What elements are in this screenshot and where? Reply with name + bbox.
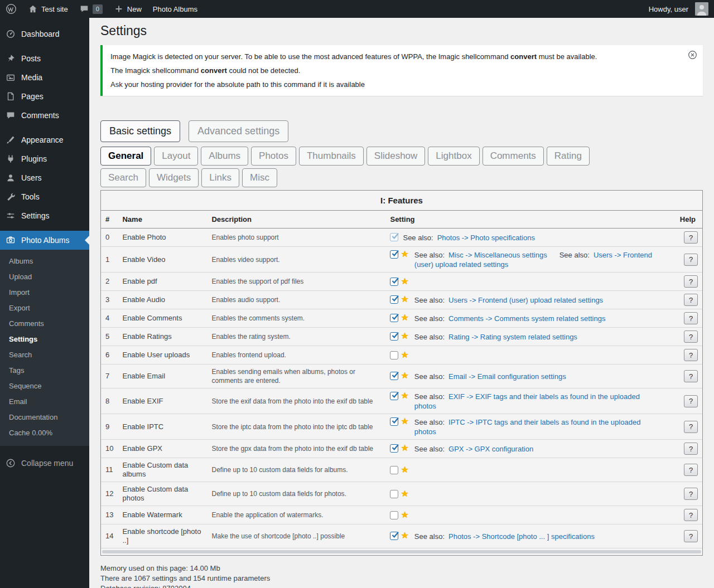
table-horizontal-scrollbar[interactable] bbox=[101, 548, 702, 555]
admin-bar-comments[interactable]: 0 bbox=[74, 0, 108, 18]
help-button[interactable]: ? bbox=[684, 464, 698, 476]
admin-bar-new[interactable]: New bbox=[108, 0, 147, 18]
setting-name: Enable Custom data photos bbox=[118, 482, 207, 506]
submenu-item-albums[interactable]: Albums bbox=[0, 254, 89, 269]
help-button[interactable]: ? bbox=[684, 370, 698, 382]
sidebar-item-users[interactable]: Users bbox=[0, 168, 89, 187]
submenu-item-import[interactable]: Import bbox=[0, 285, 89, 300]
scrollbar-thumb[interactable] bbox=[102, 550, 701, 553]
subtab-albums[interactable]: Albums bbox=[201, 147, 248, 166]
setting-checkbox[interactable] bbox=[390, 490, 398, 498]
help-button[interactable]: ? bbox=[684, 488, 698, 500]
wordpress-logo-menu[interactable] bbox=[0, 0, 22, 18]
comment-count-badge: 0 bbox=[93, 4, 103, 14]
sidebar-item-posts[interactable]: Posts bbox=[0, 49, 89, 68]
setting-checkbox[interactable] bbox=[390, 417, 398, 426]
submenu-item-export[interactable]: Export bbox=[0, 300, 89, 316]
sidebar-item-photo-albums[interactable]: Photo Albums bbox=[0, 231, 89, 250]
subtab-rating[interactable]: Rating bbox=[547, 147, 590, 166]
submenu-item-upload[interactable]: Upload bbox=[0, 269, 89, 285]
sidebar-item-media[interactable]: Media bbox=[0, 68, 89, 87]
see-also-link[interactable]: EXIF -> EXIF tags and their labels as fo… bbox=[414, 392, 640, 410]
subtab-slideshow[interactable]: Slideshow bbox=[366, 147, 426, 166]
sidebar-item-dashboard[interactable]: Dashboard bbox=[0, 25, 89, 43]
setting-name: Enable EXIF bbox=[118, 388, 207, 414]
setting-checkbox[interactable] bbox=[390, 278, 398, 286]
setting-checkbox[interactable] bbox=[390, 444, 398, 453]
subtab-misc[interactable]: Misc bbox=[242, 168, 277, 187]
help-button[interactable]: ? bbox=[684, 331, 698, 343]
submenu-item-comments[interactable]: Comments bbox=[0, 316, 89, 332]
setting-cell-container: ★ bbox=[385, 458, 675, 482]
help-button[interactable]: ? bbox=[684, 509, 698, 521]
setting-checkbox[interactable] bbox=[390, 372, 398, 380]
see-also-link[interactable]: Misc -> Miscellaneous settings bbox=[448, 251, 547, 259]
help-button[interactable]: ? bbox=[684, 530, 698, 542]
help-button[interactable]: ? bbox=[684, 254, 698, 266]
setting-checkbox[interactable] bbox=[390, 233, 398, 241]
subtab-widgets[interactable]: Widgets bbox=[149, 168, 199, 187]
see-also-link[interactable]: Photos -> Photo specifications bbox=[437, 234, 535, 242]
tab-advanced-settings[interactable]: Advanced settings bbox=[189, 120, 288, 142]
submenu-item-cache-0-00[interactable]: Cache 0.00% bbox=[0, 425, 89, 441]
submenu-item-settings[interactable]: Settings bbox=[0, 332, 89, 347]
submenu-item-sequence[interactable]: Sequence bbox=[0, 378, 89, 394]
setting-checkbox[interactable] bbox=[390, 295, 398, 304]
sidebar-item-settings[interactable]: Settings bbox=[0, 206, 89, 225]
subtab-photos[interactable]: Photos bbox=[251, 147, 296, 166]
help-button[interactable]: ? bbox=[684, 312, 698, 324]
setting-checkbox[interactable] bbox=[390, 466, 398, 474]
submenu-item-tags[interactable]: Tags bbox=[0, 363, 89, 378]
submenu-item-email[interactable]: Email bbox=[0, 394, 89, 410]
setting-checkbox[interactable] bbox=[390, 314, 398, 322]
setting-checkbox[interactable] bbox=[390, 250, 398, 259]
plugins-icon bbox=[5, 154, 16, 164]
help-button[interactable]: ? bbox=[684, 349, 698, 361]
tab-basic-settings[interactable]: Basic settings bbox=[100, 120, 180, 142]
admin-bar-site-name[interactable]: Test site bbox=[22, 0, 74, 18]
setting-controls: ★See also:Photos -> Shortcode [photo ...… bbox=[390, 531, 670, 541]
submenu-item-documentation[interactable]: Documentation bbox=[0, 410, 89, 425]
subtab-links[interactable]: Links bbox=[201, 168, 239, 187]
setting-checkbox[interactable] bbox=[390, 532, 398, 540]
see-also-link[interactable]: Email -> Email configuration settings bbox=[448, 372, 566, 381]
sidebar-item-label: Appearance bbox=[21, 135, 64, 145]
subtab-general[interactable]: General bbox=[100, 147, 151, 166]
setting-checkbox[interactable] bbox=[390, 511, 398, 519]
setting-checkbox[interactable] bbox=[390, 332, 398, 341]
help-button[interactable]: ? bbox=[684, 395, 698, 407]
subtab-lightbox[interactable]: Lightbox bbox=[428, 147, 479, 166]
subtab-layout[interactable]: Layout bbox=[154, 147, 198, 166]
help-button[interactable]: ? bbox=[684, 294, 698, 306]
help-button[interactable]: ? bbox=[684, 443, 698, 455]
sidebar-item-plugins[interactable]: Plugins bbox=[0, 149, 89, 168]
sidebar-item-pages[interactable]: Pages bbox=[0, 87, 89, 106]
see-also-link[interactable]: Comments -> Comments system related sett… bbox=[448, 314, 605, 323]
setting-cell-container: ★See also:IPTC -> IPTC tags and their la… bbox=[385, 414, 675, 440]
sidebar-item-comments[interactable]: Comments bbox=[0, 106, 89, 125]
help-button[interactable]: ? bbox=[684, 275, 698, 288]
see-also-link[interactable]: Rating -> Rating system related settings bbox=[448, 333, 577, 341]
admin-bar-account[interactable]: Howdy, user bbox=[643, 0, 714, 18]
setting-controls: ★ bbox=[390, 489, 670, 498]
setting-checkbox[interactable] bbox=[390, 351, 398, 359]
sidebar-item-tools[interactable]: Tools bbox=[0, 187, 89, 206]
setting-checkbox[interactable] bbox=[390, 392, 398, 400]
see-also-link[interactable]: IPTC -> IPTC tags and their labels as fo… bbox=[414, 418, 641, 436]
sidebar-item-appearance[interactable]: Appearance bbox=[0, 130, 89, 149]
sidebar-item-label: Comments bbox=[21, 110, 59, 120]
collapse-menu-button[interactable]: Collapse menu bbox=[0, 454, 89, 473]
see-also-link[interactable]: Users -> Frontend (user) upload related … bbox=[448, 296, 603, 304]
subtab-comments[interactable]: Comments bbox=[483, 147, 544, 166]
help-button[interactable]: ? bbox=[684, 231, 698, 244]
admin-bar-photo-albums[interactable]: Photo Albums bbox=[147, 0, 203, 18]
dismiss-notice-button[interactable] bbox=[688, 50, 697, 61]
help-cell: ? bbox=[676, 229, 702, 247]
help-button[interactable]: ? bbox=[684, 421, 698, 433]
submenu-item-search[interactable]: Search bbox=[0, 347, 89, 363]
see-also-link[interactable]: Photos -> Shortcode [photo ... ] specifi… bbox=[448, 532, 595, 541]
subtab-search[interactable]: Search bbox=[100, 168, 146, 187]
see-also-link[interactable]: GPX -> GPX configuration bbox=[448, 445, 533, 453]
star-icon: ★ bbox=[401, 391, 408, 400]
subtab-thumbnails[interactable]: Thumbnails bbox=[299, 147, 364, 166]
